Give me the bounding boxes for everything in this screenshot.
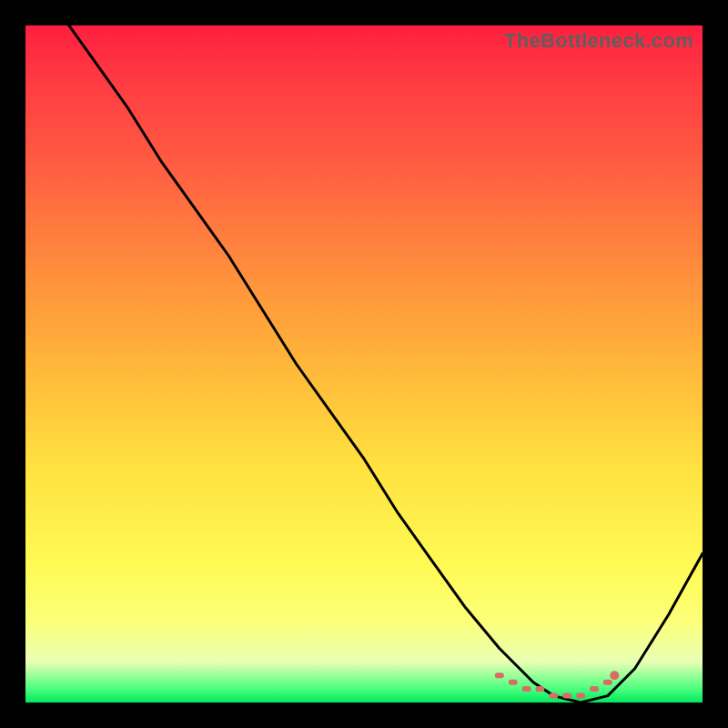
plot-area: TheBottleneck.com <box>25 25 703 703</box>
marker-dash <box>522 686 531 692</box>
bottleneck-curve <box>25 25 703 703</box>
curve-layer <box>25 25 703 703</box>
marker-dash <box>509 680 518 685</box>
marker-dash <box>603 680 612 685</box>
chart-frame: TheBottleneck.com <box>0 0 728 728</box>
marker-dash <box>549 693 558 699</box>
watermark-text: TheBottleneck.com <box>504 29 693 53</box>
optimal-range-markers <box>495 671 620 698</box>
marker-dash <box>576 693 585 699</box>
marker-dash <box>495 672 504 678</box>
marker-end-dot <box>610 671 619 680</box>
marker-dash <box>535 686 544 692</box>
marker-dash <box>562 693 571 699</box>
marker-dash <box>590 686 599 692</box>
